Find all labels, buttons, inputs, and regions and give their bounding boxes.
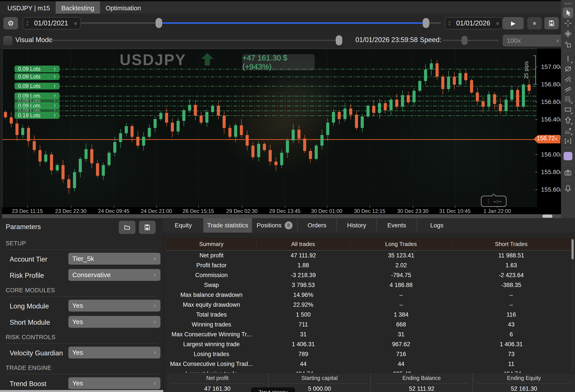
speed-handle[interactable] — [461, 36, 468, 45]
tab-history[interactable]: History — [336, 218, 377, 233]
table-row[interactable]: Max equity drawdown22.92%–– — [167, 300, 571, 310]
start-date-picker[interactable]: ∧∨ 01/01/2021 ∨ — [23, 17, 81, 29]
equidistant-channel-icon[interactable]: E — [563, 74, 573, 84]
parameter-select[interactable]: Yes∨ — [68, 316, 160, 328]
position-lot-label[interactable]: 0.09 Lots↑ — [14, 73, 60, 80]
section-divider — [6, 249, 157, 250]
crosshair-icon[interactable] — [563, 18, 573, 28]
table-cell: -905.40 — [350, 370, 452, 373]
rectangle-icon[interactable] — [563, 105, 573, 114]
speed-slider[interactable] — [442, 40, 499, 41]
cursor-icon[interactable] — [563, 7, 573, 18]
playback-progress-slider[interactable] — [51, 40, 340, 41]
load-parameters-button[interactable] — [119, 221, 135, 234]
color-swatch-icon[interactable] — [563, 151, 573, 161]
tab-equity[interactable]: Equity — [163, 218, 203, 233]
tab-backtesting[interactable]: Backtesting — [56, 1, 100, 15]
table-row[interactable]: Losing trades78971673 — [167, 349, 571, 359]
pips-measure-label: 25 pips — [527, 57, 533, 84]
position-lot-label[interactable]: 0.09 Lots↑ — [14, 66, 60, 72]
chart-horizontal-scrollbar[interactable] — [2, 214, 561, 218]
scrollbar-thumb[interactable] — [542, 215, 552, 218]
price-axis[interactable]: 157.000156.800156.600156.400156.200156.0… — [537, 49, 561, 207]
snap-square-icon[interactable] — [563, 40, 573, 49]
table-row[interactable]: Commission-3 218.39-794.75-2 423.64 — [167, 270, 571, 280]
chart-area[interactable]: USDJPY +47 161.30 $ (+943%) 0.09 Lots↑0.… — [2, 49, 537, 208]
backtest-toolbar: ⚙ ∧∨ 01/01/2021 ∨ ∧∨ 01/01/2026 ∨ ▶ ■ — [0, 14, 561, 33]
parameter-select[interactable]: Yes∨ — [68, 347, 160, 358]
table-cell: 1 500 — [256, 311, 350, 318]
tab-logs[interactable]: Logs — [417, 218, 457, 233]
fibonacci-grid-icon[interactable]: F — [563, 94, 573, 104]
end-date-picker[interactable]: ∧∨ 01/01/2026 ∨ — [445, 17, 503, 29]
range-end-handle[interactable] — [423, 18, 429, 28]
tab-label: Positions — [257, 222, 282, 229]
table-vertical-scrollbar[interactable] — [571, 238, 574, 373]
table-cell: 1 406.31 — [452, 341, 570, 348]
chevron-down-icon: ∨ — [556, 38, 559, 43]
range-start-handle[interactable] — [156, 18, 162, 28]
table-row[interactable]: Total trades1 5001 384116 — [167, 310, 571, 320]
table-row[interactable]: Largest winning trade1 406.31967.621 406… — [167, 339, 571, 349]
parameter-select[interactable]: Yes∨ — [68, 377, 160, 389]
camera-icon[interactable] — [563, 168, 573, 178]
magnet-crosshair-icon[interactable] — [563, 29, 573, 39]
table-row[interactable]: Largest losing trade-404.74-905.40-404.7… — [167, 369, 571, 373]
settings-button[interactable]: ⚙ — [3, 17, 18, 29]
table-row[interactable]: Profit factor1.882.021.63 — [167, 260, 571, 270]
tab-trade-statistics[interactable]: Trade statistics — [203, 218, 252, 233]
date-range-slider[interactable] — [81, 22, 441, 24]
drag-handle-icon[interactable] — [563, 0, 573, 8]
time-axis[interactable]: 23 Dec 11:1523 Dec 22:3024 Dec 09:4524 D… — [2, 207, 561, 214]
table-row[interactable]: Net profit47 111.9235 123.4111 988.51 — [167, 251, 571, 260]
parameters-scrollbar[interactable] — [0, 390, 163, 392]
table-cell: – — [350, 292, 452, 298]
table-cell: 668 — [350, 321, 452, 328]
tab-events[interactable]: Events — [377, 218, 417, 233]
stop-button[interactable]: ■ — [527, 17, 542, 29]
price-tick — [535, 119, 538, 120]
table-row[interactable]: Max balance drawdown14.96%–– — [167, 290, 571, 300]
tab-orders[interactable]: Orders — [297, 218, 336, 233]
table-row[interactable]: Winning trades71166843 — [167, 320, 571, 330]
table-row[interactable]: Max Consecutive Losing Trad...444411 — [167, 359, 571, 369]
trend-arrow-icon[interactable] — [563, 126, 573, 135]
position-lot-label[interactable]: 0.19 Lots↑ — [14, 112, 60, 119]
section-divider — [6, 374, 157, 374]
time-cursor-tooltip: ⋮ --:-- — [481, 196, 506, 207]
time-tick — [156, 206, 157, 208]
scrollbar-thumb[interactable] — [572, 239, 574, 259]
table-row[interactable]: Swap3 798.534 186.88-388.35 — [167, 280, 571, 290]
date-stepper-icon[interactable]: ∧∨ — [448, 21, 451, 26]
tab-optimisation[interactable]: Optimisation — [100, 1, 147, 15]
save-parameters-button[interactable] — [139, 221, 156, 234]
table-row[interactable]: Max Consecutive Winning Tr...31316 — [167, 330, 571, 339]
price-tick — [535, 84, 538, 85]
save-backtest-button[interactable] — [544, 17, 559, 29]
parameter-select[interactable]: Conservative∨ — [68, 269, 160, 281]
parameter-select[interactable]: Yes∨ — [68, 300, 160, 312]
parallel-lines-icon[interactable] — [563, 84, 573, 94]
table-cell: Total trades — [167, 311, 256, 318]
arrow-up-shape-icon[interactable] — [563, 115, 573, 125]
tab-symbol[interactable]: USDJPY | m15 — [0, 1, 56, 15]
tab-positions[interactable]: Positions8 — [252, 218, 297, 233]
position-lot-label[interactable]: 0.09 Lots↑ — [14, 83, 60, 89]
table-cell: – — [452, 301, 570, 308]
date-stepper-icon[interactable]: ∧∨ — [26, 21, 28, 26]
rail-divider — [563, 51, 573, 51]
candlestick-chart[interactable] — [2, 49, 535, 207]
parameter-select[interactable]: Tier_5k∨ — [68, 253, 160, 265]
playback-progress-handle[interactable] — [336, 35, 342, 45]
rail-divider — [563, 164, 573, 164]
bell-icon[interactable] — [563, 183, 573, 193]
play-button[interactable]: ▶ — [503, 17, 524, 29]
open-profit-label: +47 161.30 $ (+943%) — [242, 54, 315, 70]
text-tool-icon[interactable]: A — [563, 136, 573, 146]
chevron-down-icon: ∨ — [153, 319, 156, 324]
speed-dropdown[interactable]: 100x ∨ — [503, 35, 563, 47]
ellipse-icon[interactable] — [563, 64, 573, 74]
vertical-line-icon[interactable] — [563, 54, 573, 64]
visual-mode-checkbox[interactable] — [3, 36, 12, 45]
section-divider — [6, 343, 157, 343]
